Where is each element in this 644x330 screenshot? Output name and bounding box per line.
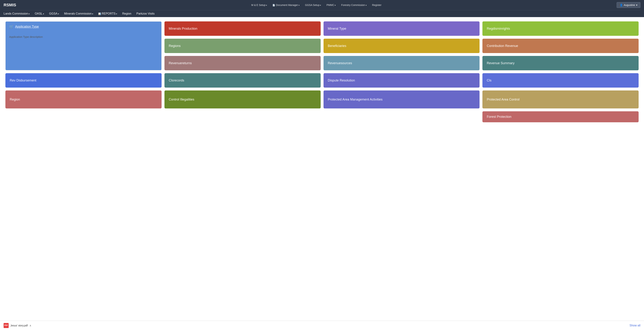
nav-register[interactable]: Register	[372, 3, 382, 6]
card-label: Beneficiaries	[328, 44, 346, 48]
card-region[interactable]: Region	[6, 90, 162, 108]
card-rev-disbursement[interactable]: Rev Disbursement	[6, 73, 162, 88]
card-label: Regdisminrights	[487, 27, 510, 30]
app-type-header: 🛒 Application Type	[6, 21, 162, 32]
card-revenuereturns[interactable]: Revenuereturns	[164, 56, 321, 70]
nav-me-setup[interactable]: M & E Setup	[251, 3, 267, 6]
card-label: Cls	[487, 79, 492, 82]
cards-grid: 🛒 Application Type Application Type desc…	[6, 21, 638, 122]
card-label: Protected Area Management Activities	[328, 98, 382, 101]
navbar-bottom: Lands Commission OASL GGSA Minerals Comm…	[4, 10, 640, 17]
username-label: Augustine	[624, 3, 635, 6]
nav-minerals-commission[interactable]: Minerals Commission	[64, 12, 93, 15]
card-label: Control Illegalities	[169, 98, 194, 101]
card-revenuesources[interactable]: Revenuesources	[324, 56, 480, 70]
card-control-illegalities[interactable]: Control Illegalities	[164, 90, 321, 108]
brand-logo[interactable]: RSMIS	[4, 3, 16, 7]
nav-lands-commission[interactable]: Lands Commission	[4, 12, 30, 15]
card-application-type[interactable]: 🛒 Application Type Application Type desc…	[6, 21, 162, 70]
card-regdisminrights[interactable]: Regdisminrights	[482, 21, 638, 36]
cart-icon: 🛒	[9, 24, 14, 29]
nav-ggsa[interactable]: GGSA	[49, 12, 59, 15]
app-type-description: Application Type description	[9, 34, 158, 38]
navbar: RSMIS M & E Setup Document Manager GGSA …	[0, 0, 644, 17]
nav-pmmc[interactable]: PMMC	[326, 3, 336, 6]
card-label: Revenue Summary	[487, 61, 514, 65]
card-mineral-type[interactable]: Mineral Type	[324, 21, 480, 36]
card-cls[interactable]: Cls	[482, 73, 638, 88]
card-protected-area-control[interactable]: Protected Area Control	[482, 90, 638, 108]
main-content: 🛒 Application Type Application Type desc…	[0, 17, 644, 324]
pdf-icon: PDF	[4, 323, 9, 324]
card-clsrecords[interactable]: Clsrecords	[164, 73, 321, 88]
nav-region[interactable]: Region	[122, 12, 131, 15]
card-forest-protection[interactable]: Forest Protection	[482, 111, 638, 122]
nav-parkzoo-visits[interactable]: Parkzoo Visits	[136, 12, 154, 15]
top-nav-links: M & E Setup Document Manager GGSA Setup …	[16, 3, 617, 6]
card-regions[interactable]: Regions	[164, 39, 321, 53]
nav-oasl[interactable]: OASL	[35, 12, 44, 15]
card-label: Revenuesources	[328, 61, 352, 65]
navbar-top: RSMIS M & E Setup Document Manager GGSA …	[4, 0, 640, 10]
card-label: Regions	[169, 44, 181, 48]
card-revenue-summary[interactable]: Revenue Summary	[482, 56, 638, 70]
card-label: Mineral Type	[328, 27, 346, 30]
bottom-bar: PDF Jesus' story.pdf ∧ Show all	[0, 321, 644, 324]
bottom-bar-left: PDF Jesus' story.pdf ∧	[4, 323, 31, 324]
chevron-down-icon: ▾	[636, 3, 637, 6]
card-minerals-production[interactable]: Minerals Production	[164, 21, 321, 36]
card-protected-area-management[interactable]: Protected Area Management Activities	[324, 90, 480, 108]
card-label: Forest Protection	[487, 115, 512, 119]
nav-reports[interactable]: REPORTS	[98, 12, 117, 15]
card-label: Revenuereturns	[169, 61, 192, 65]
app-type-link[interactable]: Application Type	[15, 25, 39, 28]
card-label: Contribution Revenue	[487, 44, 518, 48]
card-label: Rev Disbursement	[10, 79, 36, 82]
nav-ggsa-setup[interactable]: GGSA Setup	[305, 3, 321, 6]
card-label: Region	[10, 98, 20, 101]
nav-document-manager[interactable]: Document Manager	[272, 3, 300, 6]
card-label: Minerals Production	[169, 27, 198, 30]
nav-forestry-commission[interactable]: Forestry Commission	[341, 3, 366, 6]
card-beneficiaries[interactable]: Beneficiaries	[324, 39, 480, 53]
card-dispute-resolution[interactable]: Dispute Resolution	[324, 73, 480, 88]
card-contribution-revenue[interactable]: Contribution Revenue	[482, 39, 638, 53]
user-menu-button[interactable]: Augustine ▾	[617, 2, 640, 8]
card-label: Clsrecords	[169, 79, 184, 82]
card-label: Dispute Resolution	[328, 79, 355, 82]
card-label: Protected Area Control	[487, 98, 520, 101]
